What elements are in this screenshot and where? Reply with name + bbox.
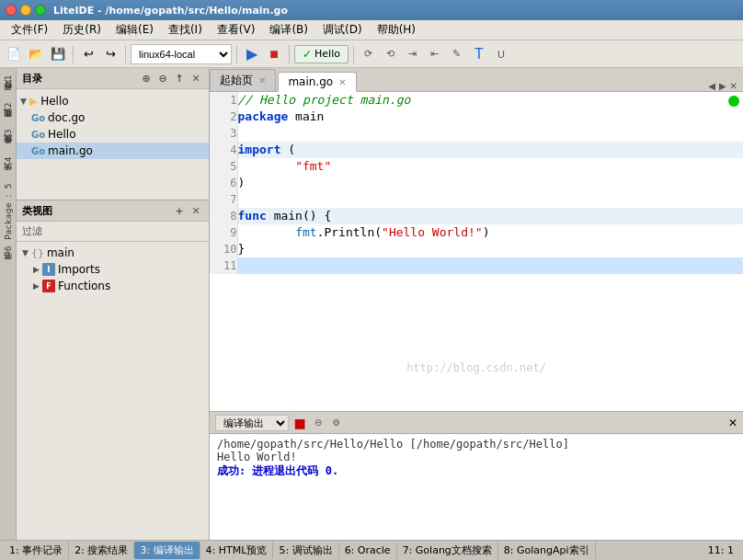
menu-edit[interactable]: 编辑(E) [109,20,161,40]
tab-scroll-right[interactable]: ▶ [717,81,728,91]
status-item-6[interactable]: 6: Oracle [339,543,397,558]
tab-start-close[interactable]: ✕ [258,75,266,86]
strip-label-8[interactable]: : [4,137,13,146]
status-item-2[interactable]: 2: 搜索结果 [69,542,134,559]
code-line-10[interactable]: } [237,241,743,257]
tree-root[interactable]: ▼ ▶ Hello [17,93,209,109]
tab-scroll-left[interactable]: ◀ [706,81,717,91]
tab-start-page[interactable]: 起始页 ✕ [210,69,276,91]
status-item-4[interactable]: 4: HTML预览 [200,542,274,559]
menu-search[interactable]: 查找(I) [161,20,210,40]
toolbar-btn-5[interactable]: ✎ [447,44,467,64]
hello-project-button[interactable]: ✓ Hello [294,45,349,63]
toolbar-btn-6[interactable]: T [469,44,489,64]
strip-label-11[interactable]: : [4,165,13,174]
toolbar-btn-1[interactable]: ⟳ [359,44,379,64]
code-line-8[interactable]: func main() { [237,208,743,224]
status-item-7[interactable]: 7: Golang文档搜索 [397,542,498,559]
code-line-1[interactable]: // Hello project main.go [237,92,743,109]
code-line-6[interactable]: ) [237,175,743,191]
class-view-icon-1[interactable]: + [172,203,187,218]
code-line-2[interactable]: package main [237,109,743,125]
window-controls[interactable] [6,5,46,16]
stop-button[interactable]: ■ [264,44,284,64]
output-stop-button[interactable]: ■ [292,416,307,430]
maximize-button[interactable] [35,5,46,16]
open-button[interactable]: 📂 [26,44,46,64]
minimize-button[interactable] [20,5,31,16]
tab-main-go[interactable]: main.go ✕ [278,72,356,92]
strip-label-17[interactable]: : [4,254,13,263]
new-file-button[interactable]: 📄 [4,44,24,64]
status-item-8[interactable]: 8: GolangApi索引 [498,542,596,559]
strip-label-4[interactable]: 2 [4,99,13,110]
status-item-1[interactable]: 1: 事件记录 [4,542,69,559]
strip-label-16[interactable]: 6 [4,243,13,254]
ct-item-main[interactable]: ▼ {} main [17,245,209,261]
output-panel: 编译输出 ■ ⊖ ⚙ ✕ /home/gopath/src/Hello/Hell… [210,411,743,540]
string-hello: "Hello World!" [382,225,483,239]
tree-item-docgo[interactable]: Go doc.go [17,109,209,126]
output-settings-button[interactable]: ⚙ [329,416,344,430]
code-line-3[interactable] [237,125,743,142]
strip-label-12[interactable]: 大纲 [2,174,14,180]
tab-bar: 起始页 ✕ main.go ✕ ◀ ▶ ✕ [210,68,743,92]
strip-label-10[interactable]: 4 [4,154,13,165]
strip-label-15[interactable]: Package [4,200,13,243]
strip-label-14[interactable]: : [4,191,13,200]
ct-item-functions[interactable]: ▶ F Functions [17,278,209,294]
output-type-select[interactable]: 编译输出 [215,415,289,431]
strip-label-2[interactable]: : [4,83,13,92]
ct-label-main: main [47,246,74,259]
file-tree-icon-3[interactable]: ↑ [172,71,187,86]
file-tree-icon-1[interactable]: ⊕ [139,71,154,86]
redo-button[interactable]: ↪ [100,44,120,64]
status-item-3[interactable]: 3: 编译输出 [134,542,200,559]
ct-item-imports[interactable]: ▶ I Imports [17,261,209,278]
code-line-4[interactable]: import ( [237,142,743,158]
code-line-5[interactable]: "fmt" [237,158,743,175]
menu-history[interactable]: 历史(R) [55,20,109,40]
toolbar-btn-4[interactable]: ⇤ [425,44,445,64]
toolbar-btn-2[interactable]: ⟲ [381,44,401,64]
tree-item-hello[interactable]: Go Hello [17,126,209,143]
status-item-5[interactable]: 5: 调试输出 [273,542,338,559]
code-editor[interactable]: 1 // Hello project main.go 2 package mai… [210,92,743,411]
strip-label-1[interactable]: 1 [4,72,13,83]
strip-label-6[interactable]: 类视图 [2,120,14,127]
strip-label-5[interactable]: : [4,110,13,120]
table-row: 6 ) [210,175,743,191]
tab-close-all[interactable]: ✕ [728,81,739,91]
strip-label-13[interactable]: 5 [4,180,13,191]
run-button[interactable]: ▶ [242,44,262,64]
toolbar-btn-3[interactable]: ⇥ [403,44,423,64]
output-clear-button[interactable]: ⊖ [311,416,326,430]
class-view-icon-2[interactable]: ✕ [189,203,203,218]
code-line-9[interactable]: fmt.Println("Hello World!") [237,224,743,241]
toolbar-btn-7[interactable]: U [491,44,511,64]
close-button[interactable] [6,5,17,16]
strip-label-3[interactable]: 打开文件 [2,92,14,99]
menu-debug[interactable]: 调试(D) [315,20,370,40]
undo-button[interactable]: ↩ [78,44,98,64]
menu-file[interactable]: 文件(F) [4,20,55,40]
menu-view[interactable]: 查看(V) [210,20,263,40]
file-tree-icon-4[interactable]: ✕ [189,71,203,86]
strip-label-7[interactable]: 3 [4,126,13,137]
tab-maingo-close[interactable]: ✕ [338,77,346,87]
code-line-11[interactable] [237,257,743,274]
strip-label-18[interactable]: 书签 [2,263,14,269]
ct-arrow-main: ▼ [22,248,29,257]
menu-help[interactable]: 帮助(H) [370,20,423,40]
save-button[interactable]: 💾 [48,44,68,64]
tab-start-label: 起始页 [220,73,253,88]
file-icon-docgo: Go [31,113,45,123]
fn-main: main [274,209,303,223]
file-tree-icon-2[interactable]: ⊖ [155,71,170,86]
menu-build[interactable]: 编译(B) [262,20,315,40]
code-line-7[interactable] [237,191,743,208]
strip-label-9[interactable]: 文件系统 [2,146,14,154]
build-target-select[interactable]: linux64-local [131,44,232,64]
output-close-button[interactable]: ✕ [728,417,737,429]
tree-item-maingo[interactable]: Go main.go [17,143,209,159]
